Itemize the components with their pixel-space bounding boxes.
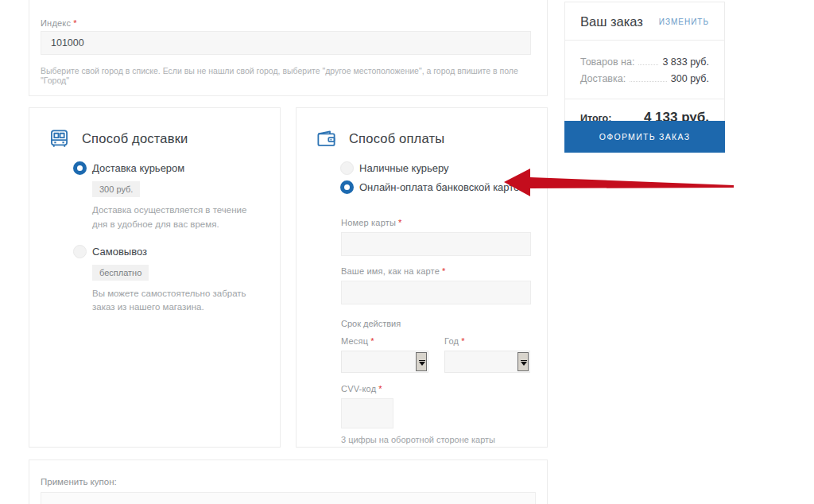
row-label: Товаров на: [580, 56, 634, 68]
city-hint-text: Выберите свой город в списке. Если вы не… [41, 66, 547, 85]
coupon-panel: Применить купон: → [29, 459, 548, 504]
coupon-submit-arrow-icon[interactable]: → [512, 500, 525, 504]
wallet-icon [316, 128, 337, 149]
cvv-group: CVV-код* 3 цифры на оборотной стороне ка… [341, 384, 531, 444]
payment-header: Способ оплаты [297, 108, 547, 149]
summary-row-products: Товаров на: 3 833 руб. [580, 56, 709, 68]
order-summary-rows: Товаров на: 3 833 руб. Доставка: 300 руб… [565, 41, 724, 99]
bus-icon [48, 128, 70, 149]
delivery-option-courier[interactable]: Доставка курьером 300 руб. Доставка осущ… [74, 161, 264, 232]
delivery-option-label[interactable]: Доставка курьером [92, 161, 264, 175]
red-arrow-annotation [504, 167, 735, 200]
delivery-option-pickup[interactable]: Самовывоз бесплатно Вы можете самостояте… [74, 245, 264, 316]
payment-option-cash[interactable]: Наличные курьеру [341, 161, 531, 175]
radio-online-card[interactable] [340, 180, 354, 194]
delivery-title: Способ доставки [82, 131, 188, 146]
year-group: Год* [444, 336, 530, 373]
delivery-header: Способ доставки [29, 108, 280, 149]
month-select[interactable] [341, 351, 428, 373]
year-label: Год* [444, 336, 530, 346]
radio-pickup[interactable] [73, 245, 87, 258]
year-label-text: Год [444, 336, 459, 346]
price-badge: бесплатно [92, 265, 149, 281]
radio-cash[interactable] [340, 161, 354, 175]
dotted-leader [630, 81, 667, 82]
card-name-label: Ваше имя, как на карте* [341, 266, 531, 276]
card-number-label: Номер карты* [341, 218, 531, 227]
payment-option-online-card[interactable]: Онлайн-оплата банковской картой [341, 180, 531, 194]
required-mark: * [442, 266, 445, 276]
delivery-method-panel: Способ доставки Доставка курьером 300 ру… [29, 107, 281, 448]
cvv-input[interactable] [341, 398, 393, 428]
coupon-input[interactable] [41, 492, 536, 504]
delivery-option-label[interactable]: Самовывоз [92, 245, 264, 258]
card-name-input[interactable] [341, 281, 531, 304]
address-form-panel: Индекс* Выберите свой город в списке. Ес… [29, 0, 548, 96]
required-mark: * [461, 336, 464, 346]
chevron-down-icon[interactable] [517, 352, 529, 371]
card-number-label-text: Номер карты [341, 218, 396, 227]
cvv-label: CVV-код* [341, 384, 531, 394]
price-badge: 300 руб. [92, 181, 140, 197]
cvv-label-text: CVV-код [341, 384, 376, 394]
card-number-group: Номер карты* [341, 218, 531, 256]
cvv-hint-text: 3 цифры на оборотной стороне карты [341, 435, 531, 444]
month-label-text: Месяц [341, 336, 368, 346]
place-order-button[interactable]: ОФОРМИТЬ ЗАКАЗ [564, 121, 725, 153]
coupon-input-wrap: → [41, 492, 536, 504]
row-value: 3 833 руб. [662, 56, 709, 68]
card-name-group: Ваше имя, как на карте* [341, 266, 531, 304]
order-summary-card: Ваш заказ ИЗМЕНИТЬ Товаров на: 3 833 руб… [564, 2, 725, 137]
payment-method-panel: Способ оплаты Наличные курьеру Онлайн-оп… [296, 107, 548, 448]
index-label: Индекс* [41, 18, 77, 28]
month-label: Месяц* [341, 336, 428, 346]
card-number-input[interactable] [341, 232, 531, 256]
month-group: Месяц* [341, 336, 428, 373]
index-label-text: Индекс [41, 18, 71, 28]
required-mark: * [73, 18, 76, 28]
row-value: 300 руб. [671, 73, 709, 84]
required-mark: * [370, 336, 374, 346]
coupon-label: Применить купон: [41, 477, 536, 487]
required-mark: * [398, 218, 401, 227]
radio-courier[interactable] [73, 161, 87, 175]
expiry-label: Срок действия [341, 319, 531, 328]
order-summary-header: Ваш заказ ИЗМЕНИТЬ [565, 2, 724, 41]
payment-title: Способ оплаты [349, 131, 444, 146]
summary-row-delivery: Доставка: 300 руб. [580, 73, 709, 84]
card-name-label-text: Ваше имя, как на карте [341, 266, 440, 276]
chevron-down-icon[interactable] [416, 352, 427, 371]
edit-order-link[interactable]: ИЗМЕНИТЬ [659, 17, 709, 26]
year-select[interactable] [444, 351, 530, 373]
row-label: Доставка: [580, 73, 626, 84]
index-input[interactable] [41, 31, 531, 55]
required-mark: * [378, 384, 382, 394]
dotted-leader [638, 64, 658, 65]
delivery-option-description: Доставка осуществляется в течение дня в … [92, 204, 264, 232]
order-summary-title: Ваш заказ [580, 14, 643, 29]
delivery-option-description: Вы можете самостоятельно забрать заказ и… [92, 287, 264, 316]
